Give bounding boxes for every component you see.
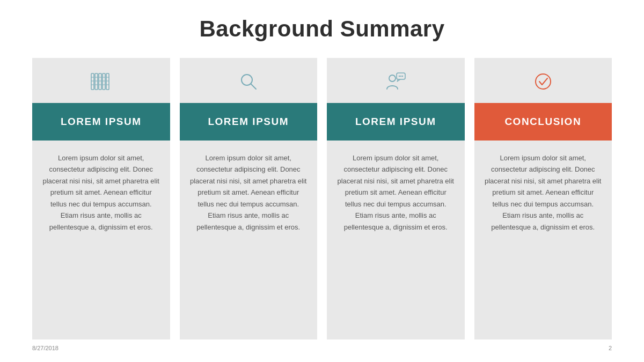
svg-point-25	[400, 76, 401, 77]
card-2-body-text: Lorem ipsum dolor sit amet, consectetur …	[189, 152, 308, 233]
chat-person-icon	[384, 70, 407, 93]
card-2-icon-area	[180, 58, 318, 103]
svg-rect-0	[91, 73, 94, 90]
svg-rect-3	[103, 73, 105, 90]
card-1-icon-area	[32, 58, 170, 103]
svg-point-24	[399, 76, 400, 77]
svg-point-26	[402, 76, 403, 77]
card-1: LOREM IPSUM Lorem ipsum dolor sit amet, …	[32, 58, 170, 339]
svg-rect-1	[95, 73, 98, 90]
svg-rect-2	[99, 73, 101, 90]
books-icon	[89, 70, 113, 93]
cards-container: LOREM IPSUM Lorem ipsum dolor sit amet, …	[32, 58, 612, 339]
slide-title: Background Summary	[199, 16, 444, 42]
card-3-body: Lorem ipsum dolor sit amet, consectetur …	[327, 141, 465, 339]
svg-point-22	[389, 75, 396, 82]
search-icon	[237, 70, 260, 93]
card-3-header-label: LOREM IPSUM	[355, 116, 436, 128]
card-4-header: CONCLUSION	[474, 103, 612, 141]
slide: Background Summary	[0, 0, 644, 362]
svg-rect-4	[106, 73, 109, 90]
svg-point-27	[536, 74, 551, 89]
card-3-header: LOREM IPSUM	[327, 103, 465, 141]
card-4-body: Lorem ipsum dolor sit amet, consectetur …	[474, 141, 612, 339]
card-4-icon-area	[474, 58, 612, 103]
card-3-icon-area	[327, 58, 465, 103]
svg-line-21	[251, 84, 256, 89]
footer-page: 2	[609, 345, 612, 351]
card-4: CONCLUSION Lorem ipsum dolor sit amet, c…	[474, 58, 612, 339]
card-4-body-text: Lorem ipsum dolor sit amet, consectetur …	[484, 152, 603, 233]
card-3-body-text: Lorem ipsum dolor sit amet, consectetur …	[336, 152, 455, 233]
card-1-body-text: Lorem ipsum dolor sit amet, consectetur …	[42, 152, 160, 233]
card-2-body: Lorem ipsum dolor sit amet, consectetur …	[180, 141, 318, 339]
card-3: LOREM IPSUM Lorem ipsum dolor sit amet, …	[327, 58, 465, 339]
checkmark-icon	[531, 70, 555, 93]
footer-date: 8/27/2018	[32, 345, 58, 351]
card-1-header: LOREM IPSUM	[32, 103, 170, 141]
card-2: LOREM IPSUM Lorem ipsum dolor sit amet, …	[180, 58, 318, 339]
card-1-body: Lorem ipsum dolor sit amet, consectetur …	[32, 141, 170, 339]
card-1-header-label: LOREM IPSUM	[61, 116, 142, 128]
card-4-header-label: CONCLUSION	[504, 116, 581, 128]
footer: 8/27/2018 2	[32, 343, 612, 351]
card-2-header-label: LOREM IPSUM	[208, 116, 289, 128]
card-2-header: LOREM IPSUM	[180, 103, 318, 141]
